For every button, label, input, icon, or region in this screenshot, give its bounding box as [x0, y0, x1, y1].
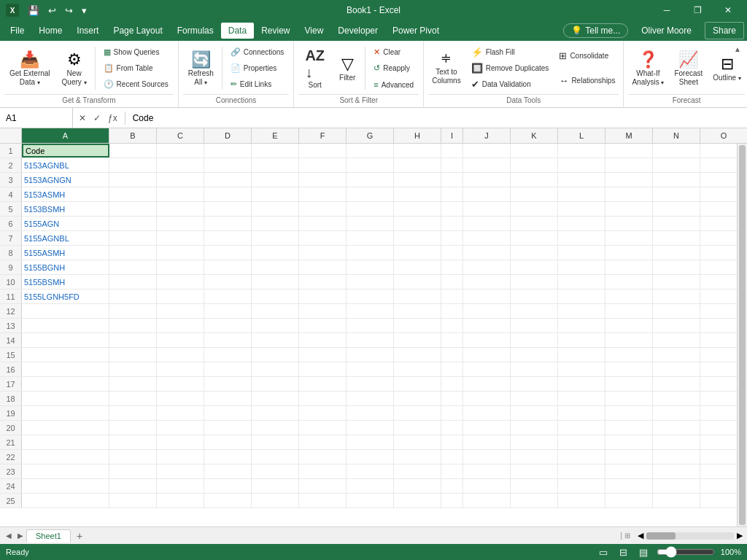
cell-empty[interactable]	[558, 362, 605, 376]
cell-empty[interactable]	[394, 319, 441, 332]
flash-fill-button[interactable]: ⚡ Flash Fill	[468, 44, 553, 60]
cell-empty[interactable]	[252, 421, 299, 435]
cell-empty[interactable]	[463, 231, 511, 245]
row-number[interactable]: 3	[0, 173, 22, 187]
cell-empty[interactable]	[511, 275, 558, 289]
cell-empty[interactable]	[700, 392, 737, 405]
col-header-n[interactable]: N	[653, 128, 700, 143]
cell-empty[interactable]	[394, 333, 441, 347]
cell-empty[interactable]	[299, 319, 347, 332]
col-header-e[interactable]: E	[252, 128, 299, 143]
cell-empty[interactable]	[252, 304, 299, 318]
cell-empty[interactable]	[109, 450, 157, 464]
cell-empty[interactable]	[204, 435, 252, 449]
cell-empty[interactable]	[394, 246, 441, 260]
cell-empty[interactable]	[511, 217, 558, 230]
cell-empty[interactable]	[511, 406, 558, 420]
cell-empty[interactable]	[605, 479, 653, 493]
cell-empty[interactable]	[441, 246, 463, 260]
zoom-slider[interactable]	[657, 546, 715, 558]
cell-empty[interactable]	[441, 494, 463, 508]
cell-empty[interactable]	[299, 304, 347, 318]
cell-empty[interactable]	[558, 348, 605, 362]
cell-empty[interactable]	[394, 406, 441, 420]
cell-empty[interactable]	[605, 494, 653, 508]
row-number[interactable]: 11	[0, 289, 22, 303]
cell-empty[interactable]	[157, 158, 204, 172]
cell-empty[interactable]	[252, 217, 299, 230]
cell-empty[interactable]	[299, 260, 347, 274]
name-box-input[interactable]	[6, 113, 64, 123]
cell-empty[interactable]	[394, 158, 441, 172]
cell-empty[interactable]	[558, 275, 605, 289]
cell-empty[interactable]	[558, 158, 605, 172]
cell-empty[interactable]	[511, 464, 558, 478]
cell-empty[interactable]	[511, 304, 558, 318]
cell-empty[interactable]	[204, 246, 252, 260]
cell-empty[interactable]	[394, 450, 441, 464]
cell-empty[interactable]	[347, 479, 394, 493]
cell-empty[interactable]	[252, 464, 299, 478]
cell-empty[interactable]	[700, 304, 737, 318]
cell-empty[interactable]	[394, 260, 441, 274]
cell-empty[interactable]	[558, 377, 605, 391]
cell-empty[interactable]	[204, 479, 252, 493]
cell-empty[interactable]	[558, 406, 605, 420]
cell-empty[interactable]	[653, 406, 700, 420]
page-break-view-button[interactable]: ▤	[636, 545, 651, 559]
cell-empty[interactable]	[204, 217, 252, 230]
cell-empty[interactable]	[558, 304, 605, 318]
tell-me-button[interactable]: 💡 Tell me...	[563, 23, 628, 38]
cell-empty[interactable]	[252, 275, 299, 289]
cell-empty[interactable]	[605, 144, 653, 158]
cell-empty[interactable]	[441, 304, 463, 318]
cell-empty[interactable]	[511, 231, 558, 245]
cell-empty[interactable]	[558, 450, 605, 464]
cell-empty[interactable]	[653, 494, 700, 508]
cell-empty[interactable]	[299, 348, 347, 362]
cell-empty[interactable]	[347, 319, 394, 332]
cell-a16[interactable]	[22, 362, 109, 376]
cell-empty[interactable]	[394, 494, 441, 508]
cell-empty[interactable]	[700, 450, 737, 464]
cell-empty[interactable]	[252, 479, 299, 493]
cell-empty[interactable]	[653, 275, 700, 289]
cell-empty[interactable]	[653, 362, 700, 376]
cell-empty[interactable]	[109, 494, 157, 508]
cell-empty[interactable]	[109, 392, 157, 405]
row-number[interactable]: 1	[0, 144, 22, 158]
cell-empty[interactable]	[299, 202, 347, 216]
cell-empty[interactable]	[441, 333, 463, 347]
cell-empty[interactable]	[157, 421, 204, 435]
cell-empty[interactable]	[463, 275, 511, 289]
cell-empty[interactable]	[653, 377, 700, 391]
refresh-all-button[interactable]: 🔄 RefreshAll ▾	[183, 44, 219, 93]
row-number[interactable]: 6	[0, 217, 22, 230]
cell-empty[interactable]	[558, 333, 605, 347]
col-header-a[interactable]: A	[22, 128, 109, 143]
cell-empty[interactable]	[252, 246, 299, 260]
cell-empty[interactable]	[394, 348, 441, 362]
cell-empty[interactable]	[157, 304, 204, 318]
menu-formulas[interactable]: Formulas	[170, 23, 221, 39]
cell-empty[interactable]	[394, 275, 441, 289]
row-number[interactable]: 19	[0, 406, 22, 420]
cell-empty[interactable]	[299, 450, 347, 464]
row-number[interactable]: 18	[0, 392, 22, 405]
cell-empty[interactable]	[463, 377, 511, 391]
menu-insert[interactable]: Insert	[69, 23, 106, 39]
cell-empty[interactable]	[299, 435, 347, 449]
cell-empty[interactable]	[299, 289, 347, 303]
row-number[interactable]: 24	[0, 479, 22, 493]
cell-empty[interactable]	[605, 450, 653, 464]
cell-empty[interactable]	[157, 333, 204, 347]
cell-empty[interactable]	[605, 187, 653, 201]
cell-empty[interactable]	[109, 319, 157, 332]
cell-empty[interactable]	[347, 421, 394, 435]
col-header-c[interactable]: C	[157, 128, 204, 143]
cell-empty[interactable]	[204, 289, 252, 303]
cell-empty[interactable]	[347, 202, 394, 216]
cell-empty[interactable]	[441, 479, 463, 493]
cell-empty[interactable]	[109, 333, 157, 347]
cell-empty[interactable]	[157, 494, 204, 508]
